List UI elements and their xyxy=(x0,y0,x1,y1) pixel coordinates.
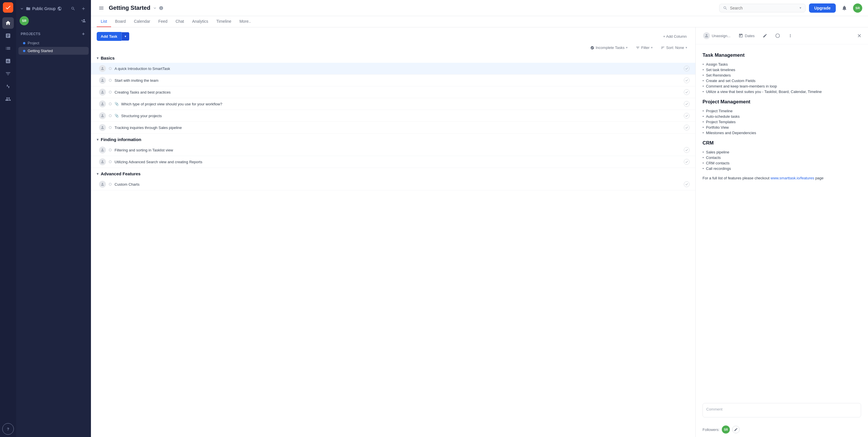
edit-button[interactable] xyxy=(760,32,770,39)
task-row[interactable]: 📎 Structuring your projects xyxy=(91,110,695,122)
incomplete-tasks-filter[interactable]: Incomplete Tasks ▾ xyxy=(588,44,630,51)
task-complete-button[interactable] xyxy=(684,66,689,71)
panel-bullet-item: Call recordings xyxy=(703,166,861,171)
comment-input-area[interactable]: Comment xyxy=(703,403,861,417)
right-panel: Unassign... Dates xyxy=(695,27,868,437)
task-name: Structuring your projects xyxy=(121,114,682,118)
attachment-icon: 📎 xyxy=(115,114,119,118)
dates-label: Dates xyxy=(745,34,754,38)
sort-icon xyxy=(661,46,665,50)
help-button[interactable]: ? xyxy=(2,423,14,435)
tab-list[interactable]: List xyxy=(97,16,111,27)
nav-home[interactable] xyxy=(2,17,14,29)
group-name-row[interactable]: Public Group xyxy=(20,6,62,11)
add-task-main-button[interactable]: Add Task xyxy=(97,32,121,41)
group-name-label: Public Group xyxy=(32,6,56,11)
task-groups-container: ▾Basics A quick Introduction to SmartTas… xyxy=(91,53,695,190)
tab-more[interactable]: More.. xyxy=(236,16,255,27)
task-complete-button[interactable] xyxy=(684,89,689,95)
pencil-icon xyxy=(734,428,738,432)
nav-tasks[interactable] xyxy=(2,30,14,41)
search-dropdown-icon[interactable]: ▼ xyxy=(799,6,802,9)
task-name: Which type of project view should you us… xyxy=(121,102,682,106)
task-row[interactable]: Filtering and sorting in Tasklist view xyxy=(91,144,695,156)
main-area: Getting Started ▼ Upgrade SR List xyxy=(91,0,868,437)
more-action-button[interactable] xyxy=(785,32,796,39)
logo-button[interactable] xyxy=(3,2,13,13)
nav-activity[interactable] xyxy=(2,81,14,92)
search-bar[interactable]: ▼ xyxy=(719,4,806,12)
followers-row: Followers: SR xyxy=(695,422,868,437)
task-complete-button[interactable] xyxy=(684,77,689,83)
group-header[interactable]: ▾Advanced Features xyxy=(91,169,695,179)
page-title-row: Getting Started xyxy=(109,5,163,11)
tab-board[interactable]: Board xyxy=(111,16,130,27)
smarttask-features-link[interactable]: www.smarttask.io/features xyxy=(770,176,814,180)
hamburger-button[interactable] xyxy=(97,3,106,13)
sidebar: Public Group SR Projects + Project xyxy=(16,0,91,437)
projects-section-header[interactable]: Projects + xyxy=(19,29,89,39)
task-row[interactable]: Custom Charts xyxy=(91,179,695,190)
tab-chat[interactable]: Chat xyxy=(172,16,188,27)
title-chevron-icon[interactable] xyxy=(153,6,157,10)
edit-followers-button[interactable] xyxy=(732,426,740,433)
add-sidebar-button[interactable] xyxy=(80,5,88,13)
close-panel-button[interactable] xyxy=(855,32,863,40)
task-complete-button[interactable] xyxy=(684,125,689,130)
add-member-button[interactable] xyxy=(80,17,88,25)
notification-button[interactable] xyxy=(839,3,849,13)
title-info-icon[interactable] xyxy=(159,6,163,10)
globe-icon xyxy=(57,6,62,11)
footer-text-end: page xyxy=(815,176,824,180)
task-row[interactable]: Start with inviting the team xyxy=(91,74,695,86)
task-row[interactable]: Utilizing Advanced Search view and creat… xyxy=(91,156,695,168)
group-header[interactable]: ▾Basics xyxy=(91,53,695,63)
title-actions xyxy=(153,6,163,10)
tab-calendar[interactable]: Calendar xyxy=(130,16,154,27)
tab-feed[interactable]: Feed xyxy=(154,16,172,27)
sidebar-item-getting-started[interactable]: Getting Started xyxy=(19,47,89,55)
task-row[interactable]: 📎 Which type of project view should you … xyxy=(91,98,695,110)
nav-users[interactable] xyxy=(2,93,14,105)
panel-bullet-item: Comment and keep team-members in loop xyxy=(703,84,861,89)
task-row[interactable]: Tracking inquiries through Sales pipelin… xyxy=(91,122,695,133)
nav-reports[interactable] xyxy=(2,55,14,67)
tab-timeline[interactable]: Timeline xyxy=(212,16,236,27)
group-header[interactable]: ▾Finding information xyxy=(91,135,695,144)
user-topbar-avatar[interactable]: SR xyxy=(853,3,862,13)
task-row[interactable]: Creating Tasks and best practices xyxy=(91,86,695,98)
task-complete-button[interactable] xyxy=(684,113,689,119)
sort-button[interactable]: Sort: None ▾ xyxy=(658,44,689,51)
circle-check-icon xyxy=(590,46,594,50)
task-row[interactable]: A quick Introduction to SmartTask xyxy=(91,63,695,74)
sidebar-getting-started-label: Getting Started xyxy=(28,49,53,53)
task-complete-button[interactable] xyxy=(684,101,689,107)
add-column-button[interactable]: + Add Column xyxy=(660,33,689,40)
topbar-right: ▼ Upgrade SR xyxy=(719,3,862,13)
filter-button[interactable]: Filter ▾ xyxy=(633,44,655,51)
task-complete-button[interactable] xyxy=(684,159,689,165)
upgrade-button[interactable]: Upgrade xyxy=(809,3,836,13)
follower-avatar: SR xyxy=(722,426,730,434)
add-project-button[interactable]: + xyxy=(81,31,86,37)
search-sidebar-button[interactable] xyxy=(69,5,77,13)
circle-action-button[interactable] xyxy=(772,32,783,39)
dates-button[interactable]: Dates xyxy=(736,32,757,39)
task-complete-button[interactable] xyxy=(684,147,689,153)
task-complete-button[interactable] xyxy=(684,181,689,187)
panel-user-avatar xyxy=(703,32,710,39)
tab-analytics[interactable]: Analytics xyxy=(188,16,212,27)
sidebar-user-row: SR xyxy=(16,15,91,29)
add-task-dropdown-button[interactable]: ▾ xyxy=(121,32,129,40)
task-user-avatar xyxy=(99,100,106,107)
page-title: Getting Started xyxy=(109,5,150,11)
sidebar-item-project[interactable]: Project xyxy=(19,39,89,47)
unassign-button[interactable]: Unassign... xyxy=(700,31,733,40)
panel-bullet-item: CRM contacts xyxy=(703,160,861,166)
nav-projects[interactable] xyxy=(2,42,14,54)
nav-filter[interactable] xyxy=(2,68,14,80)
incomplete-tasks-label: Incomplete Tasks xyxy=(596,45,624,50)
search-input[interactable] xyxy=(730,6,797,10)
calendar-icon xyxy=(739,33,743,38)
topbar: Getting Started ▼ Upgrade SR xyxy=(91,0,868,16)
